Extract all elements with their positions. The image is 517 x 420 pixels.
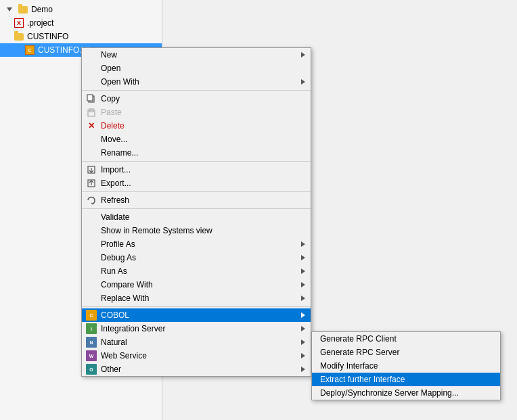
menu-item-run-as[interactable]: Run As [82,264,311,278]
import-icon [86,164,97,175]
separator-5 [82,306,311,307]
xml-icon: X [14,18,24,28]
menu-item-new[interactable]: New [82,48,311,62]
arrow-icon-integration [301,324,305,333]
arrow-icon-replace [301,294,305,303]
menu-item-open-with[interactable]: Open With [82,75,311,89]
arrow-icon-run [301,266,305,276]
arrow-icon-profile [301,239,305,249]
arrow-icon-open-with [301,77,305,87]
paste-icon [86,107,97,118]
natural-icon: N [86,337,97,348]
svg-rect-1 [87,95,93,101]
arrow-icon-debug [301,253,305,262]
copy-icon [86,93,97,104]
menu-item-other[interactable]: O Other [82,363,311,376]
cobol-icon-idl: C [24,45,35,55]
menu-item-cobol[interactable]: C COBOL [82,308,311,322]
menu-item-profile-as[interactable]: Profile As [82,237,311,251]
menu-item-debug-as[interactable]: Debug As [82,251,311,264]
delete-icon: ✕ [86,120,97,131]
menu-item-delete[interactable]: ✕ Delete [82,119,311,133]
tree-label-demo: Demo [31,5,53,14]
arrow-icon-new [301,50,305,60]
arrow-icon-natural [301,337,305,347]
export-icon [86,178,97,189]
submenu-extract-interface[interactable]: Extract further Interface [312,373,500,386]
integration-server-icon: I [86,323,97,334]
menu-item-compare-with[interactable]: Compare With [82,278,311,291]
refresh-icon [86,195,97,206]
cobol-submenu: Generate RPC Client Generate RPC Server … [311,331,501,400]
web-service-icon: W [86,350,97,361]
submenu-gen-rpc-client[interactable]: Generate RPC Client [312,332,500,346]
folder-icon-custinfo [14,31,24,42]
arrow-icon-cobol [301,310,305,320]
menu-item-export[interactable]: Export... [82,177,311,190]
menu-item-open[interactable]: Open [82,62,311,75]
menu-item-refresh[interactable]: Refresh [82,193,311,207]
tree-item-project[interactable]: X .project [0,16,162,30]
menu-item-web-service[interactable]: W Web Service [82,349,311,363]
menu-item-rename[interactable]: Rename... [82,146,311,160]
arrow-down-icon [4,4,15,15]
tree-item-demo[interactable]: Demo [0,3,162,16]
arrow-icon-compare [301,280,305,289]
submenu-deploy-sync[interactable]: Deploy/Synchronize Server Mapping... [312,386,500,400]
submenu-gen-rpc-server[interactable]: Generate RPC Server [312,346,500,359]
submenu-modify-interface[interactable]: Modify Interface [312,359,500,373]
menu-item-import[interactable]: Import... [82,163,311,177]
tree-item-custinfo[interactable]: CUSTINFO [0,30,162,43]
menu-item-paste: Paste [82,106,311,119]
separator-2 [82,161,311,162]
tree-label-project: .project [27,18,53,28]
arrow-icon-web-service [301,351,305,360]
menu-item-integration-server[interactable]: I Integration Server [82,322,311,335]
menu-item-validate[interactable]: Validate [82,210,311,224]
context-menu: New Open Open With Copy Paste ✕ Delete M… [81,47,311,377]
separator-1 [82,90,311,91]
other-icon: O [86,364,97,375]
separator-3 [82,191,311,192]
menu-item-replace-with[interactable]: Replace With [82,291,311,305]
cobol-submenu-icon: C [86,310,97,321]
folder-icon [18,4,28,15]
menu-item-move[interactable]: Move... [82,133,311,146]
separator-4 [82,208,311,209]
arrow-icon-other [301,365,305,374]
tree-label-custinfo: CUSTINFO [27,32,68,41]
menu-item-show-remote[interactable]: Show in Remote Systems view [82,224,311,237]
menu-item-copy[interactable]: Copy [82,92,311,106]
menu-item-natural[interactable]: N Natural [82,335,311,349]
